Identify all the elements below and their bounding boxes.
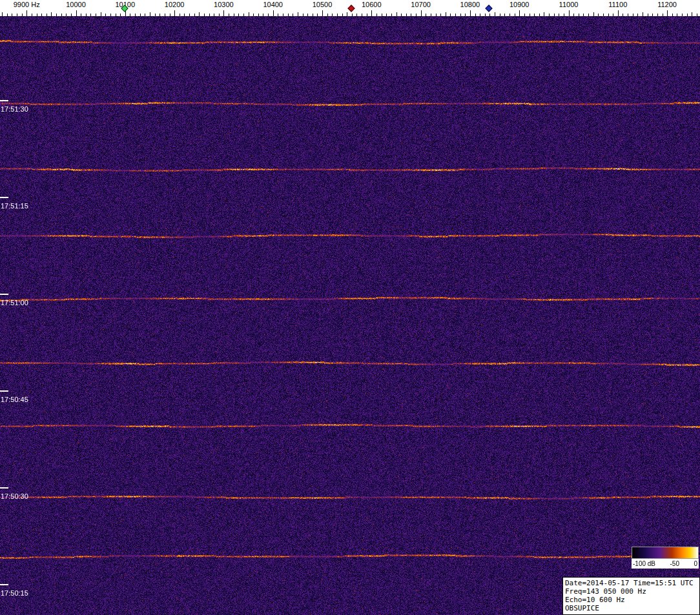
time-label: 17:50:30	[1, 492, 28, 500]
ruler-tick	[569, 10, 570, 16]
colorbar-gradient	[632, 547, 699, 559]
time-tick	[0, 100, 8, 101]
ruler-tick	[76, 10, 77, 16]
ruler-tick	[322, 10, 323, 16]
colorbar-db-label: 0	[694, 559, 697, 569]
frequency-ruler[interactable]: 9900 Hz100001010010200103001040010500106…	[0, 0, 700, 16]
time-tick	[0, 294, 8, 295]
spectrum-waterfall-app: 9900 Hz100001010010200103001040010500106…	[0, 0, 700, 615]
ruler-tick	[223, 10, 224, 16]
ruler-tick	[470, 10, 471, 16]
time-label: 17:50:45	[1, 396, 28, 403]
info-line: Freq=143 050 000 Hz	[565, 587, 697, 596]
colorbar-db-label: -100 dB	[633, 559, 655, 569]
time-label: 17:51:30	[1, 105, 28, 113]
time-tick	[0, 197, 8, 198]
time-tick	[0, 390, 8, 392]
frequency-label: 10700	[411, 1, 431, 8]
time-label: 17:51:15	[1, 202, 28, 210]
frequency-label: 11200	[657, 1, 677, 8]
ruler-tick	[26, 10, 27, 16]
frequency-label: 10000	[66, 1, 86, 8]
frequency-label: 9900 Hz	[14, 1, 40, 8]
colorbar-labels: -100 dB-500	[632, 559, 699, 569]
frequency-label: 10800	[460, 1, 480, 8]
time-tick	[0, 584, 8, 585]
ruler-tick	[618, 10, 619, 16]
info-line: Echo=10 600 Hz	[565, 596, 697, 604]
spectrogram-canvas[interactable]	[0, 16, 700, 615]
time-label: 17:50:15	[1, 589, 28, 597]
frequency-label: 10300	[214, 1, 234, 8]
ruler-tick	[421, 10, 422, 16]
frequency-label: 10600	[362, 1, 382, 8]
info-line: Date=2014-05-17 Time=15:51 UTC	[565, 579, 697, 587]
frequency-label: 11100	[608, 1, 627, 8]
colorbar: -100 dB-500	[632, 547, 699, 569]
info-line: OBSUPICE	[565, 604, 697, 612]
time-label: 17:51:00	[1, 299, 28, 307]
time-tick	[0, 487, 8, 489]
blue-diamond-marker[interactable]	[486, 5, 493, 12]
red-diamond-marker[interactable]	[347, 5, 355, 12]
frequency-label: 10200	[165, 1, 185, 8]
ruler-tick	[371, 10, 372, 16]
frequency-label: 10900	[510, 1, 530, 8]
frequency-label: 10400	[263, 1, 283, 8]
ruler-tick	[273, 10, 274, 16]
frequency-label: 10500	[313, 1, 333, 8]
ruler-tick	[519, 10, 520, 16]
colorbar-db-label: -50	[670, 559, 679, 569]
ruler-tick	[667, 10, 668, 16]
ruler-tick	[174, 10, 175, 16]
frequency-label: 11000	[559, 1, 579, 8]
info-box: Date=2014-05-17 Time=15:51 UTCFreq=143 0…	[562, 577, 700, 615]
spectrogram-area[interactable]: 17:51:3017:51:1517:51:0017:50:4517:50:30…	[0, 16, 700, 615]
